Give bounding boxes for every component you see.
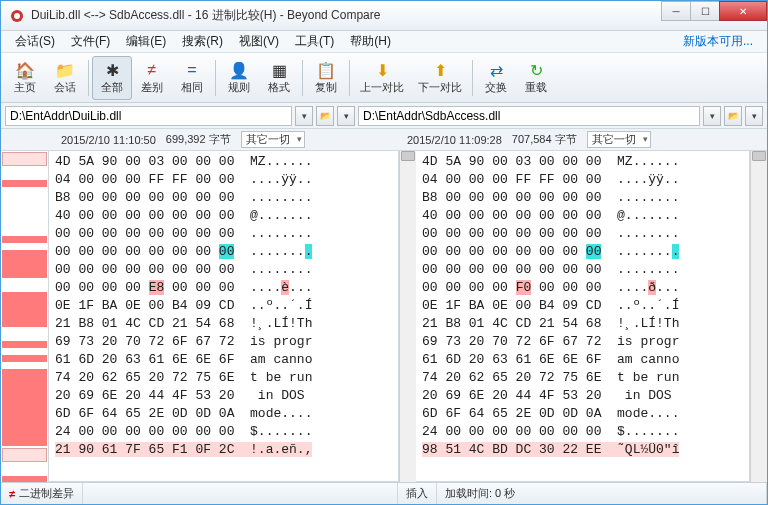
- separator: [349, 60, 350, 96]
- copy-button[interactable]: 📋复制: [306, 56, 346, 100]
- left-filter-dropdown[interactable]: 其它一切: [241, 131, 305, 148]
- right-date: 2015/2/10 11:09:28: [407, 134, 502, 146]
- left-browse-button[interactable]: ▾: [337, 106, 355, 126]
- session-button[interactable]: 📁会话: [45, 56, 85, 100]
- separator: [472, 60, 473, 96]
- menu-view[interactable]: 视图(V): [231, 31, 287, 52]
- swap-icon: ⇄: [486, 60, 506, 80]
- diff-button[interactable]: ≠差别: [132, 56, 172, 100]
- separator: [88, 60, 89, 96]
- window-title: DuiLib.dll <--> SdbAccess.dll - 16 进制比较(…: [31, 7, 759, 24]
- right-path-dropdown[interactable]: ▾: [703, 106, 721, 126]
- minimize-button[interactable]: ─: [661, 1, 691, 21]
- left-path-input[interactable]: [5, 106, 292, 126]
- home-button[interactable]: 🏠主页: [5, 56, 45, 100]
- copy-icon: 📋: [316, 60, 336, 80]
- format-button[interactable]: ▦格式: [259, 56, 299, 100]
- format-icon: ▦: [269, 60, 289, 80]
- right-filter-dropdown[interactable]: 其它一切: [587, 131, 651, 148]
- next-button[interactable]: ⬆下一对比: [411, 56, 469, 100]
- title-bar: DuiLib.dll <--> SdbAccess.dll - 16 进制比较(…: [1, 1, 767, 31]
- right-path-input[interactable]: [358, 106, 700, 126]
- menu-bar: 会话(S) 文件(F) 编辑(E) 搜索(R) 视图(V) 工具(T) 帮助(H…: [1, 31, 767, 53]
- right-browse-button[interactable]: ▾: [745, 106, 763, 126]
- svg-point-1: [14, 13, 20, 19]
- menu-help[interactable]: 帮助(H): [342, 31, 399, 52]
- status-bar: ≠ 二进制差异 插入 加载时间: 0 秒: [1, 482, 767, 504]
- toolbar: 🏠主页 📁会话 ✱全部 ≠差别 =相同 👤规则 ▦格式 📋复制 ⬇上一对比 ⬆下…: [1, 53, 767, 103]
- arrow-down-icon: ⬇: [372, 60, 392, 80]
- equal-icon: =: [182, 60, 202, 80]
- compare-area: 4D 5A 90 00 03 00 00 00 MZ......04 00 00…: [1, 151, 767, 499]
- right-scrollbar[interactable]: [750, 151, 767, 499]
- maximize-button[interactable]: ☐: [690, 1, 720, 21]
- left-path-dropdown[interactable]: ▾: [295, 106, 313, 126]
- left-pane: 4D 5A 90 00 03 00 00 00 MZ......04 00 00…: [49, 151, 399, 499]
- right-open-button[interactable]: 📂: [724, 106, 742, 126]
- left-hex-view[interactable]: 4D 5A 90 00 03 00 00 00 MZ......04 00 00…: [49, 151, 398, 481]
- window-controls: ─ ☐ ✕: [662, 1, 767, 21]
- menu-edit[interactable]: 编辑(E): [118, 31, 174, 52]
- close-button[interactable]: ✕: [719, 1, 767, 21]
- referee-icon: 👤: [229, 60, 249, 80]
- app-icon: [9, 8, 25, 24]
- separator: [302, 60, 303, 96]
- status-load-time: 加载时间: 0 秒: [437, 483, 767, 504]
- right-hex-view[interactable]: 4D 5A 90 00 03 00 00 00 MZ......04 00 00…: [416, 151, 749, 481]
- path-bar: ▾ 📂 ▾ ▾ 📂 ▾: [1, 103, 767, 129]
- status-spacer: [83, 483, 398, 504]
- right-size: 707,584 字节: [512, 132, 577, 147]
- thumbnail-overview[interactable]: [1, 151, 49, 499]
- left-open-button[interactable]: 📂: [316, 106, 334, 126]
- menu-session[interactable]: 会话(S): [7, 31, 63, 52]
- info-bar: 2015/2/10 11:10:50 699,392 字节 其它一切 2015/…: [1, 129, 767, 151]
- status-diff: ≠ 二进制差异: [1, 483, 83, 504]
- same-button[interactable]: =相同: [172, 56, 212, 100]
- left-size: 699,392 字节: [166, 132, 231, 147]
- left-scrollbar[interactable]: [399, 151, 416, 499]
- menu-search[interactable]: 搜索(R): [174, 31, 231, 52]
- reload-icon: ↻: [526, 60, 546, 80]
- separator: [215, 60, 216, 96]
- arrow-up-icon: ⬆: [430, 60, 450, 80]
- status-insert: 插入: [398, 483, 437, 504]
- menu-tools[interactable]: 工具(T): [287, 31, 342, 52]
- home-icon: 🏠: [15, 60, 35, 80]
- menu-file[interactable]: 文件(F): [63, 31, 118, 52]
- right-pane: 4D 5A 90 00 03 00 00 00 MZ......04 00 00…: [416, 151, 750, 499]
- left-date: 2015/2/10 11:10:50: [61, 134, 156, 146]
- reload-button[interactable]: ↻重载: [516, 56, 556, 100]
- prev-button[interactable]: ⬇上一对比: [353, 56, 411, 100]
- notequal-icon: ≠: [142, 60, 162, 80]
- session-icon: 📁: [55, 60, 75, 80]
- update-link[interactable]: 新版本可用...: [675, 31, 761, 52]
- all-button[interactable]: ✱全部: [92, 56, 132, 100]
- notequal-icon: ≠: [9, 488, 15, 500]
- star-icon: ✱: [102, 60, 122, 80]
- swap-button[interactable]: ⇄交换: [476, 56, 516, 100]
- rules-button[interactable]: 👤规则: [219, 56, 259, 100]
